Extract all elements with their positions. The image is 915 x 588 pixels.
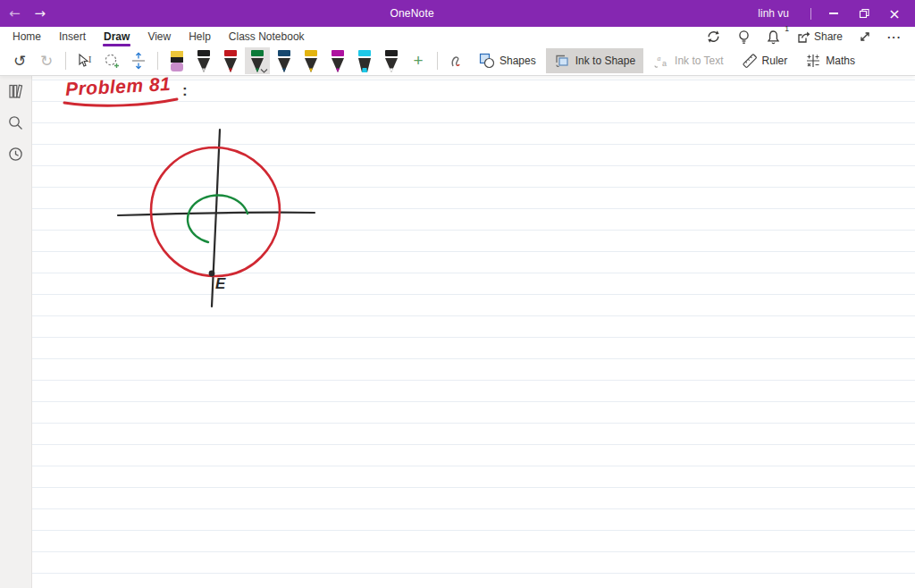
svg-text:a: a (662, 59, 667, 68)
share-label: Share (814, 30, 843, 43)
pen-icon (167, 49, 187, 74)
main-area: Problem 81 : E (0, 75, 915, 588)
pen-icon (194, 49, 214, 74)
pen-red[interactable] (218, 47, 243, 74)
pen-list (164, 47, 404, 74)
close-button[interactable]: × (879, 0, 910, 27)
green-angle-arc-ink (188, 195, 248, 242)
toolbar-separator (437, 52, 438, 70)
nav-arrows: ← → (0, 7, 80, 21)
ink-gestures-button[interactable] (444, 48, 469, 73)
lasso-select-button[interactable] (99, 48, 124, 73)
draw-toolbar: ↺ ↻ I (0, 46, 915, 75)
select-objects-button[interactable]: I (72, 48, 97, 73)
pen-black[interactable] (191, 47, 216, 74)
share-button[interactable]: Share (790, 29, 849, 46)
title-bar: ← → OneNote linh vu × (0, 0, 915, 27)
menu-bar: Home Insert Draw View Help Class Noteboo… (0, 27, 915, 46)
ink-to-text-icon: a a (653, 54, 670, 68)
ink-to-shape-icon (554, 53, 571, 69)
maths-button[interactable]: Maths (797, 48, 863, 73)
recent-notes-button[interactable] (4, 144, 28, 164)
pen-icon (382, 49, 401, 74)
pen-yellow[interactable] (298, 47, 323, 74)
pen-icon (328, 49, 348, 74)
undo-button[interactable]: ↺ (7, 48, 32, 73)
search-icon (7, 114, 24, 131)
minimize-icon (829, 13, 838, 13)
minimize-button[interactable] (818, 0, 849, 27)
toolbar-separator (157, 52, 158, 70)
resize-diagonal-icon (859, 30, 871, 43)
svg-text:a: a (658, 55, 661, 63)
titlebar-right: linh vu × (743, 0, 915, 27)
menubar-actions: 1 Share ··· (700, 28, 915, 46)
clock-icon (7, 146, 24, 163)
bell-icon (767, 29, 780, 45)
insert-space-button[interactable] (126, 48, 151, 73)
shapes-icon (479, 53, 495, 69)
ink-to-shape-label: Ink to Shape (575, 55, 635, 67)
user-name[interactable]: linh vu (743, 7, 803, 20)
insert-space-icon (130, 52, 147, 70)
restore-button[interactable] (849, 0, 879, 27)
lightbulb-icon (737, 29, 751, 45)
restore-icon (859, 8, 869, 19)
more-options-button[interactable]: ··· (881, 29, 908, 46)
tab-home[interactable]: Home (4, 27, 50, 46)
maths-icon (805, 53, 821, 69)
pen-icon (274, 49, 294, 74)
tab-insert[interactable]: Insert (50, 27, 95, 46)
page-canvas[interactable]: Problem 81 : E (32, 75, 915, 588)
notebooks-button[interactable] (4, 81, 28, 101)
shapes-label: Shapes (499, 55, 536, 67)
sync-button[interactable] (700, 28, 727, 46)
left-sidebar (0, 75, 32, 588)
maths-label: Maths (826, 55, 855, 67)
redo-button[interactable]: ↻ (34, 48, 59, 73)
shapes-button[interactable]: Shapes (471, 48, 544, 73)
ink-gesture-icon (448, 52, 466, 70)
pencil-magenta[interactable] (325, 47, 350, 74)
ink-sketch (32, 75, 915, 588)
select-cursor-icon: I (76, 53, 94, 69)
toolbar-separator (65, 52, 66, 70)
point-e-dot-ink (209, 271, 215, 277)
ribbon: Home Insert Draw View Help Class Noteboo… (0, 27, 915, 75)
heading-underline-ink (64, 99, 177, 105)
ink-to-text-button[interactable]: a a Ink to Text (645, 48, 731, 73)
pen-green[interactable] (245, 47, 270, 74)
ruler-label: Ruler (762, 55, 788, 67)
pen-white[interactable] (379, 47, 404, 74)
ruler-button[interactable]: Ruler (734, 48, 796, 73)
titlebar-divider (810, 8, 811, 20)
back-icon[interactable]: ← (9, 7, 21, 21)
tab-class-notebook[interactable]: Class Notebook (220, 27, 314, 46)
pen-icon (301, 49, 321, 74)
tab-help[interactable]: Help (180, 27, 220, 46)
chevron-down-icon (260, 69, 268, 73)
notifications-button[interactable]: 1 (760, 28, 786, 46)
tab-draw[interactable]: Draw (95, 27, 139, 46)
tab-view[interactable]: View (139, 27, 180, 46)
app-title: OneNote (80, 7, 743, 20)
lasso-select-icon (103, 53, 121, 70)
pen-blue[interactable] (272, 47, 297, 74)
ideas-button[interactable] (731, 28, 757, 46)
svg-text:I: I (88, 55, 91, 64)
heading-colon: : (182, 82, 188, 100)
pen-icon (355, 49, 374, 74)
ink-to-text-label: Ink to Text (675, 55, 723, 67)
ribbon-tabs: Home Insert Draw View Help Class Noteboo… (0, 27, 314, 46)
eraser[interactable] (164, 47, 189, 74)
ink-to-shape-button[interactable]: Ink to Shape (546, 48, 643, 73)
fullscreen-button[interactable] (852, 29, 877, 45)
point-e-label: E (215, 275, 225, 293)
search-button[interactable] (4, 113, 28, 132)
forward-icon[interactable]: → (35, 7, 46, 21)
notification-badge: 1 (785, 24, 789, 33)
add-pen-button[interactable]: + (406, 48, 431, 73)
ruler-icon (742, 53, 758, 69)
notebooks-icon (7, 83, 24, 100)
highlighter-cyan[interactable] (352, 47, 377, 74)
